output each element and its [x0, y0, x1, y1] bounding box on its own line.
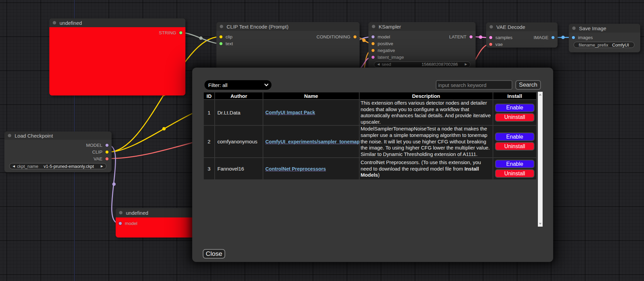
- input-slot-negative[interactable]: negative: [371, 47, 395, 54]
- widget-left-arrow-icon[interactable]: ◀: [377, 63, 380, 66]
- cell-id: 1: [204, 100, 214, 125]
- cell-name: ControlNet Preprocessors: [263, 158, 359, 179]
- input-dot-model[interactable]: [371, 35, 375, 38]
- input-slot-model[interactable]: model: [371, 34, 390, 40]
- enable-button[interactable]: Enable: [495, 133, 534, 141]
- node-title: undefined: [126, 210, 148, 216]
- input-dot-samples[interactable]: [489, 36, 492, 39]
- node-undefined-string[interactable]: undefined STRING: [49, 18, 185, 95]
- input-dot-clip[interactable]: [219, 35, 222, 38]
- input-slot-clip[interactable]: clip: [219, 34, 232, 40]
- cell-author: comfyanonymous: [215, 126, 263, 157]
- widget-left-arrow-icon[interactable]: ◀: [13, 165, 15, 168]
- node-status-icon: [572, 27, 576, 30]
- node-load-checkpoint[interactable]: Load Checkpoint MODEL CLIP VAE ◀ ckpt_na…: [4, 131, 112, 172]
- search-input[interactable]: [436, 80, 512, 90]
- input-slot-model[interactable]: model: [119, 220, 137, 227]
- output-dot-clip[interactable]: [105, 151, 109, 154]
- enable-button[interactable]: Enable: [495, 104, 534, 112]
- uninstall-button[interactable]: Uninstall: [495, 142, 534, 151]
- close-button[interactable]: Close: [203, 249, 225, 259]
- search-button[interactable]: Search: [515, 80, 541, 90]
- output-slot-clip[interactable]: CLIP: [92, 149, 109, 156]
- chevron-down-icon: [264, 83, 268, 87]
- extension-name-link[interactable]: ComfyUI Impact Pack: [265, 110, 315, 115]
- widget-right-arrow-icon[interactable]: ▶: [101, 165, 103, 168]
- extension-row: 2comfyanonymousComfyUI_experiments/sampl…: [204, 126, 536, 157]
- output-slot-image[interactable]: IMAGE: [533, 34, 555, 41]
- node-titlebar[interactable]: KSampler: [368, 22, 476, 31]
- uninstall-button[interactable]: Uninstall: [495, 113, 534, 122]
- input-dot-negative[interactable]: [371, 49, 375, 52]
- column-header-description: Description: [360, 92, 493, 99]
- output-dot-latent[interactable]: [469, 35, 473, 38]
- node-title: VAE Decode: [496, 24, 525, 30]
- output-dot-string[interactable]: [179, 31, 182, 34]
- cell-author: Fannovel16: [215, 158, 263, 179]
- extension-row: 1Dr.Lt.DataComfyUI Impact PackThis exten…: [204, 100, 536, 125]
- extensions-table: IDAuthorNameDescriptionInstall 1Dr.Lt.Da…: [203, 92, 537, 180]
- enable-button[interactable]: Enable: [495, 160, 534, 168]
- widget-right-arrow-icon[interactable]: ▶: [465, 63, 467, 66]
- extension-name-link[interactable]: ComfyUI_experiments/sampler_tonemap: [265, 139, 360, 144]
- output-slot-model[interactable]: MODEL: [86, 142, 109, 149]
- input-dot-positive[interactable]: [371, 42, 375, 45]
- input-slot-positive[interactable]: positive: [371, 40, 393, 47]
- extension-name-link[interactable]: ControlNet Preprocessors: [265, 166, 326, 172]
- output-dot-conditioning[interactable]: [353, 35, 357, 38]
- cell-description: ControlNet Preprocessors. (To use this e…: [360, 158, 493, 179]
- node-titlebar[interactable]: CLIP Text Encode (Prompt): [216, 22, 360, 31]
- ckpt-name-widget[interactable]: ◀ ckpt_name v1-5-pruned-emaonly.ckpt ▶: [9, 163, 106, 169]
- cell-description: This extension offers various detector n…: [360, 100, 493, 125]
- column-header-install: Install: [493, 92, 536, 99]
- output-dot-model[interactable]: [105, 144, 109, 147]
- node-title: Save Image: [579, 25, 606, 31]
- column-header-id: ID: [204, 92, 214, 99]
- node-body: [49, 27, 185, 95]
- input-dot-images[interactable]: [572, 36, 575, 39]
- input-slot-vae[interactable]: vae: [489, 41, 503, 48]
- node-titlebar[interactable]: Save Image: [569, 24, 640, 33]
- node-vae-decode[interactable]: VAE Decode samples vae IMAGE: [486, 22, 558, 48]
- cell-name: ComfyUI Impact Pack: [263, 100, 359, 125]
- scroll-down-icon[interactable]: [539, 223, 542, 225]
- cell-install: EnableUninstall: [493, 158, 536, 179]
- seed-widget[interactable]: ◀ seed 156680208700286 ▶: [374, 62, 470, 68]
- table-scroll-area: IDAuthorNameDescriptionInstall 1Dr.Lt.Da…: [203, 92, 543, 227]
- uninstall-button[interactable]: Uninstall: [495, 169, 534, 178]
- table-scrollbar[interactable]: [538, 92, 543, 227]
- output-slot-conditioning[interactable]: CONDITIONING: [316, 34, 357, 40]
- input-slot-samples[interactable]: samples: [489, 34, 512, 41]
- input-slot-text[interactable]: text: [219, 40, 233, 47]
- extension-row: 3Fannovel16ControlNet PreprocessorsContr…: [204, 158, 536, 179]
- node-title: KSampler: [379, 24, 401, 30]
- input-dot-latent-image[interactable]: [371, 56, 375, 59]
- cell-description: ModelSamplerTonemapNoiseTest a node that…: [360, 126, 493, 157]
- input-dot-model[interactable]: [119, 222, 122, 225]
- filter-select[interactable]: Filter: all: [204, 80, 271, 90]
- node-titlebar[interactable]: VAE Decode: [486, 22, 558, 31]
- cell-id: 2: [204, 126, 214, 157]
- node-status-icon: [53, 21, 56, 24]
- output-slot-vae[interactable]: VAE: [94, 155, 109, 162]
- node-titlebar[interactable]: Load Checkpoint: [4, 131, 112, 140]
- column-header-name: Name: [263, 92, 359, 99]
- output-slot-latent[interactable]: LATENT: [449, 34, 473, 40]
- output-dot-vae[interactable]: [105, 157, 109, 160]
- input-dot-text[interactable]: [219, 42, 222, 45]
- node-title: CLIP Text Encode (Prompt): [227, 24, 288, 30]
- node-save-image[interactable]: Save Image images filename_prefix ComfyU…: [569, 24, 640, 52]
- input-dot-vae[interactable]: [489, 43, 492, 46]
- node-titlebar[interactable]: undefined: [49, 18, 185, 27]
- output-dot-image[interactable]: [551, 36, 555, 39]
- cell-name: ComfyUI_experiments/sampler_tonemap: [263, 126, 359, 157]
- node-status-icon: [8, 134, 11, 137]
- cell-install: EnableUninstall: [493, 100, 536, 125]
- output-slot-string[interactable]: STRING: [159, 30, 182, 36]
- input-slot-images[interactable]: images: [572, 34, 593, 41]
- scroll-up-icon[interactable]: [539, 94, 542, 95]
- node-status-icon: [490, 25, 493, 29]
- filename-prefix-widget[interactable]: filename_prefix ComfyUI: [574, 42, 634, 48]
- input-slot-latent-image[interactable]: latent_image: [371, 54, 404, 61]
- filter-selected-value: Filter: all: [208, 82, 228, 88]
